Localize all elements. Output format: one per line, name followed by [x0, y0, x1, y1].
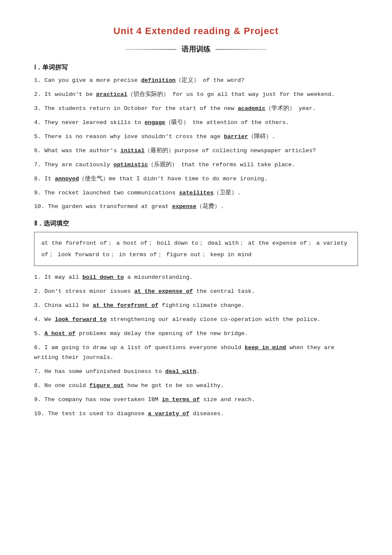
item-text-before: The test is used to diagnose — [48, 410, 148, 417]
item-text-before: The company has now overtaken IBM — [44, 396, 161, 403]
banner-line-left — [125, 49, 176, 50]
item-answer: at the forefront of — [93, 302, 159, 309]
item-number: 4. — [34, 119, 44, 126]
item-text-after: . — [220, 203, 224, 210]
item-text-after: the central task. — [193, 288, 255, 295]
item-number: 9. — [34, 190, 44, 196]
item-text-after: purpose of collecting newspaper articles… — [174, 147, 316, 154]
item-text-after: problems may delay the opening of the ne… — [75, 330, 248, 337]
section1-item-6: 6. What was the author's initial（最初的）pur… — [34, 146, 358, 156]
item-text-before: Don't stress minor issues — [44, 288, 134, 295]
item-answer: in terms of — [162, 396, 200, 403]
section2-item-5: 5. A host of problems may delay the open… — [34, 329, 358, 339]
item-text-after: year. — [295, 105, 316, 112]
section2-item-10: 10. The test is used to diagnose a varie… — [34, 409, 358, 419]
item-number: 6. — [34, 344, 44, 351]
banner-label: 语用训练 — [176, 44, 216, 54]
item-answer: engage — [144, 119, 165, 126]
item-number: 1. — [34, 274, 44, 280]
item-number: 5. — [34, 330, 44, 337]
item-answer: A host of — [44, 330, 75, 337]
item-text-after: for us to go all that way just for the w… — [169, 91, 335, 98]
item-answer: barrier — [224, 133, 248, 140]
banner-line-right — [216, 49, 267, 50]
item-cn: （障碍） — [248, 133, 272, 140]
item-number: 1. — [34, 77, 44, 84]
item-text-before: It wouldn't be — [44, 91, 96, 98]
item-text-after: . — [196, 368, 200, 375]
item-text-after: of the word? — [199, 77, 244, 84]
item-answer: a variety of — [148, 410, 189, 417]
item-number: 3. — [34, 105, 44, 112]
item-number: 8. — [34, 382, 44, 389]
item-text-before: No one could — [44, 382, 89, 389]
item-answer: expense — [172, 203, 196, 210]
item-text-after: diseases. — [190, 410, 224, 417]
item-answer: figure out — [89, 382, 124, 389]
item-number: 10. — [34, 203, 48, 210]
section1-heading: Ⅰ．单词拼写 — [34, 64, 358, 72]
item-number: 3. — [34, 302, 44, 309]
item-answer: academic — [238, 105, 265, 112]
section-banner: 语用训练 — [34, 44, 358, 54]
section2-item-4: 4. We look forward to strengthening our … — [34, 315, 358, 325]
item-number: 2. — [34, 91, 44, 98]
item-text-after: that the reforms will take place. — [178, 162, 295, 168]
section2-heading: Ⅱ．选词填空 — [34, 220, 358, 228]
item-text-before: We — [44, 316, 55, 323]
section1-item-3: 3. The students return in October for th… — [34, 104, 358, 114]
section1-item-2: 2. It wouldn't be practical（切合实际的） for u… — [34, 90, 358, 100]
item-text-before: It may all — [44, 274, 82, 280]
item-text-after: size and reach. — [200, 396, 255, 403]
item-text-before: The garden was transformed at great — [48, 203, 172, 210]
item-cn: （最初的） — [144, 147, 174, 154]
item-cn: （乐观的） — [148, 162, 178, 168]
item-answer: satellites — [179, 190, 213, 196]
item-text-after: . — [272, 133, 275, 140]
section1-item-9: 9. The rocket launched two communication… — [34, 188, 358, 198]
item-cn: （花费） — [196, 203, 220, 210]
item-answer: initial — [121, 147, 145, 154]
section2-list: 1. It may all boil down to a misundersta… — [34, 273, 358, 419]
item-answer: optimistic — [113, 162, 148, 168]
section2-item-3: 3. China will be at the forefront of fig… — [34, 301, 358, 311]
item-text-after: a misunderstanding. — [124, 274, 193, 280]
item-text-before: It — [44, 176, 55, 182]
page-title: Unit 4 Extended reading & Project — [34, 26, 358, 37]
item-text-before: The students return in October for the s… — [44, 105, 238, 112]
section2-item-7: 7. He has some unfinished business to de… — [34, 367, 358, 377]
section1-item-1: 1. Can you give a more precise definitio… — [34, 76, 358, 86]
section1-item-7: 7. They are cautiously optimistic（乐观的） t… — [34, 160, 358, 170]
item-answer: keep in mind — [245, 344, 286, 351]
item-text-after: the attention of the others. — [189, 119, 289, 126]
section2-item-6: 6. I am going to draw up a list of quest… — [34, 343, 358, 363]
section2-item-8: 8. No one could figure out how he got to… — [34, 381, 358, 391]
item-answer: practical — [96, 91, 127, 98]
section1-list: 1. Can you give a more precise definitio… — [34, 76, 358, 212]
item-number: 9. — [34, 396, 44, 403]
section2-item-1: 1. It may all boil down to a misundersta… — [34, 273, 358, 283]
item-text-before: He has some unfinished business to — [44, 368, 165, 375]
item-answer: annoyed — [55, 176, 79, 182]
item-answer: at the expense of — [134, 288, 193, 295]
section1-item-8: 8. It annoyed（使生气）me that I didn't have … — [34, 174, 358, 184]
item-answer: definition — [141, 77, 176, 84]
item-cn: （定义） — [176, 77, 199, 84]
item-number: 4. — [34, 316, 44, 323]
item-number: 8. — [34, 176, 44, 182]
item-cn: （使生气） — [79, 176, 109, 182]
item-cn: （切合实际的） — [127, 91, 169, 98]
item-text-after: how he got to be so wealthy. — [124, 382, 224, 389]
item-number: 10. — [34, 410, 48, 417]
item-text-after: fighting climate change. — [159, 302, 245, 309]
item-text-before: The rocket launched two communications — [44, 190, 179, 196]
item-text-after: me that I didn't have time to do more ir… — [109, 176, 268, 182]
section2-item-2: 2. Don't stress minor issues at the expe… — [34, 287, 358, 297]
item-number: 2. — [34, 288, 44, 295]
item-answer: look forward to — [55, 316, 107, 323]
item-text-before: I am going to draw up a list of question… — [44, 344, 245, 351]
section2-item-9: 9. The company has now overtaken IBM in … — [34, 395, 358, 405]
item-text-before: They are cautiously — [44, 162, 113, 168]
item-text-before: China will be — [44, 302, 92, 309]
item-answer: deal with — [165, 368, 196, 375]
